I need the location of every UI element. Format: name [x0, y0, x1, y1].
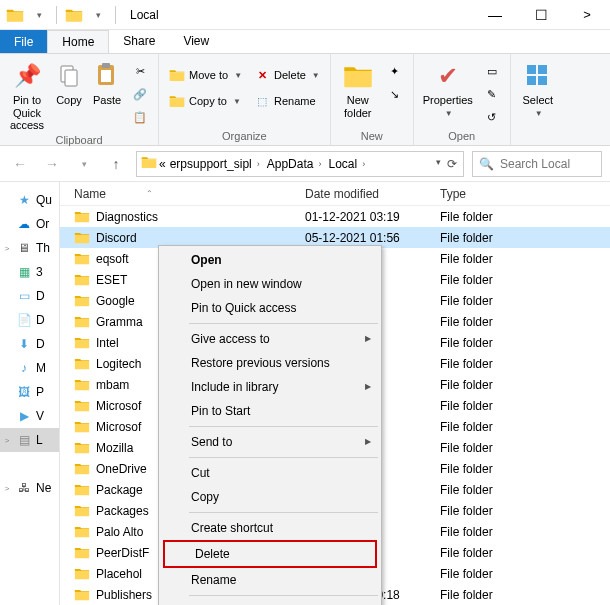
search-box[interactable]: 🔍 Search Local: [472, 151, 602, 177]
sidebar-item[interactable]: >🖥Th: [0, 236, 59, 260]
col-date[interactable]: Date modified: [305, 187, 440, 201]
sidebar-item[interactable]: ▶V: [0, 404, 59, 428]
ctx-rename[interactable]: Rename: [161, 568, 379, 592]
qat-overflow-icon[interactable]: ▾: [28, 4, 50, 26]
up-button[interactable]: ↑: [104, 152, 128, 176]
sidebar-item-label: D: [36, 313, 45, 327]
search-icon: 🔍: [479, 157, 494, 171]
recent-locations-button[interactable]: ▾: [72, 152, 96, 176]
ctx-give-access-to[interactable]: Give access to: [161, 327, 379, 351]
folder-icon: [74, 483, 90, 497]
sidebar-item[interactable]: 🖼P: [0, 380, 59, 404]
maximize-button[interactable]: ☐: [518, 0, 564, 30]
sidebar-item[interactable]: >🖧Ne: [0, 476, 59, 500]
doc-icon: 📄: [16, 312, 32, 328]
group-label: Open: [420, 128, 504, 145]
sidebar-item[interactable]: >▤L: [0, 428, 59, 452]
sidebar-item[interactable]: ★Qu: [0, 188, 59, 212]
sidebar-item-label: Or: [36, 217, 49, 231]
ctx-properties[interactable]: Properties: [161, 599, 379, 605]
breadcrumb-item[interactable]: erpsupport_sipl›: [168, 157, 265, 171]
sidebar-item[interactable]: ▭D: [0, 284, 59, 308]
paste-shortcut-small-button[interactable]: 📋: [128, 106, 152, 128]
select-button[interactable]: Select ▼: [517, 58, 559, 118]
new-item-button[interactable]: ✦: [383, 60, 407, 82]
ctx-create-shortcut[interactable]: Create shortcut: [161, 516, 379, 540]
copy-to-button[interactable]: Copy to▼: [165, 90, 246, 112]
tab-home[interactable]: Home: [47, 30, 109, 53]
chevron-down-icon[interactable]: ▾: [87, 4, 109, 26]
sidebar-item[interactable]: ⬇D: [0, 332, 59, 356]
col-name[interactable]: Name: [74, 187, 106, 201]
folder-icon: [74, 336, 90, 350]
breadcrumb-item[interactable]: AppData›: [265, 157, 327, 171]
move-to-button[interactable]: Move to▼: [165, 64, 246, 86]
copy-path-small-button[interactable]: 🔗: [128, 83, 152, 105]
-icon: [16, 456, 32, 472]
folder-icon: [74, 357, 90, 371]
rename-icon: ⬚: [254, 93, 270, 109]
file-name: Discord: [96, 231, 137, 245]
cut-small-button[interactable]: ✂: [128, 60, 152, 82]
rename-button[interactable]: ⬚Rename: [250, 90, 324, 112]
file-name: Microsof: [96, 420, 141, 434]
back-button[interactable]: ←: [8, 152, 32, 176]
sidebar-item[interactable]: 📄D: [0, 308, 59, 332]
breadcrumb-item[interactable]: Local›: [326, 157, 370, 171]
file-name: Publishers: [96, 588, 152, 602]
tab-share[interactable]: Share: [109, 30, 169, 53]
file-type: File folder: [440, 378, 610, 392]
sidebar-item[interactable]: ♪M: [0, 356, 59, 380]
properties-button[interactable]: ✔ Properties ▼: [420, 58, 476, 118]
sidebar-item[interactable]: [0, 452, 59, 476]
ctx-copy[interactable]: Copy: [161, 485, 379, 509]
ctx-pin-quick-access[interactable]: Pin to Quick access: [161, 296, 379, 320]
copy-button[interactable]: Copy: [52, 58, 86, 107]
pin-icon: 📌: [11, 60, 43, 92]
pc-icon: 🖥: [16, 240, 32, 256]
ctx-cut[interactable]: Cut: [161, 461, 379, 485]
file-type: File folder: [440, 441, 610, 455]
breadcrumb-prefix[interactable]: «: [157, 157, 168, 171]
column-headers[interactable]: Name⌃ Date modified Type: [60, 182, 610, 206]
close-button[interactable]: >: [564, 0, 610, 30]
pic-icon: 🖼: [16, 384, 32, 400]
group-label: New: [337, 128, 407, 145]
ctx-include-in-library[interactable]: Include in library: [161, 375, 379, 399]
forward-button[interactable]: →: [40, 152, 64, 176]
minimize-button[interactable]: —: [472, 0, 518, 30]
ctx-restore-versions[interactable]: Restore previous versions: [161, 351, 379, 375]
ctx-delete[interactable]: Delete: [165, 542, 375, 566]
address-dropdown-icon[interactable]: ▾: [436, 157, 441, 171]
file-date: 05-12-2021 01:56: [305, 231, 440, 245]
new-item-icon: ✦: [387, 63, 403, 79]
history-small-button[interactable]: ↺: [480, 106, 504, 128]
sidebar-item[interactable]: ▦3: [0, 260, 59, 284]
file-type: File folder: [440, 231, 610, 245]
paste-button[interactable]: Paste: [90, 58, 124, 107]
easy-access-button[interactable]: ↘: [383, 83, 407, 105]
folder-icon: [74, 420, 90, 434]
delete-button[interactable]: ✕Delete▼: [250, 64, 324, 86]
new-folder-button[interactable]: New folder: [337, 58, 379, 119]
table-row[interactable]: Diagnostics01-12-2021 03:19File folder: [60, 206, 610, 227]
ctx-open[interactable]: Open: [161, 248, 379, 272]
ctx-open-new-window[interactable]: Open in new window: [161, 272, 379, 296]
sidebar-item-label: D: [36, 337, 45, 351]
folder-icon: [74, 588, 90, 602]
address-bar[interactable]: « erpsupport_sipl› AppData› Local› ▾ ⟳: [136, 151, 464, 177]
file-name: Palo Alto: [96, 525, 143, 539]
disk-icon: ▤: [16, 432, 32, 448]
folder-icon: [141, 155, 157, 172]
file-type: File folder: [440, 357, 610, 371]
tab-file[interactable]: File: [0, 30, 47, 53]
tab-view[interactable]: View: [169, 30, 223, 53]
ctx-pin-to-start[interactable]: Pin to Start: [161, 399, 379, 423]
sidebar-item[interactable]: ☁Or: [0, 212, 59, 236]
edit-small-button[interactable]: ✎: [480, 83, 504, 105]
ctx-send-to[interactable]: Send to: [161, 430, 379, 454]
open-small-button[interactable]: ▭: [480, 60, 504, 82]
refresh-icon[interactable]: ⟳: [447, 157, 457, 171]
pin-to-quick-access-button[interactable]: 📌 Pin to Quick access: [6, 58, 48, 132]
col-type[interactable]: Type: [440, 187, 610, 201]
